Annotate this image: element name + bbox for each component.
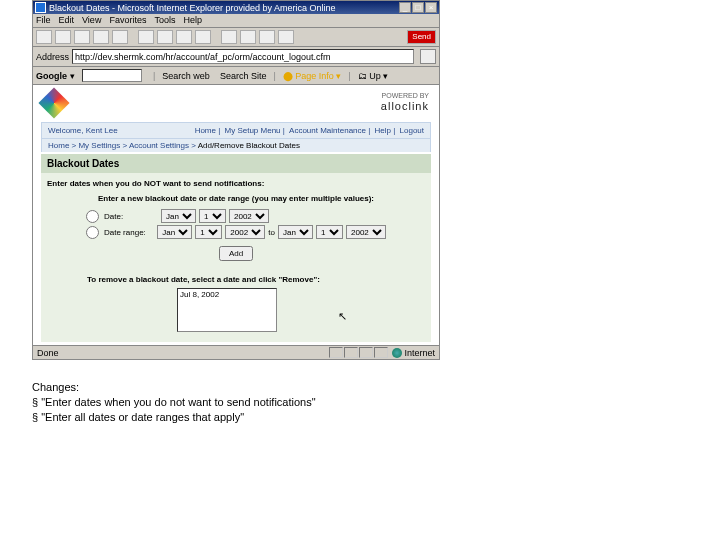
status-cell: [344, 347, 358, 358]
zone-label: Internet: [404, 348, 435, 358]
remove-instruction: To remove a blackout date, select a date…: [87, 275, 425, 284]
status-text: Done: [37, 348, 59, 358]
stop-button[interactable]: [74, 30, 90, 44]
status-cell: [359, 347, 373, 358]
search-site-button[interactable]: Search Site: [220, 71, 267, 81]
search-web-button[interactable]: Search web: [162, 71, 210, 81]
instruction-2: Enter a new blackout date or date range …: [47, 194, 425, 203]
print-button[interactable]: [240, 30, 256, 44]
cursor-icon: ↖: [338, 310, 347, 323]
link-account[interactable]: Account Maintenance: [289, 126, 366, 135]
menu-edit[interactable]: Edit: [59, 15, 75, 25]
range-from-day[interactable]: 1: [195, 225, 222, 239]
go-button[interactable]: [420, 49, 436, 64]
changes-bullet-1: § "Enter dates when you do not want to s…: [32, 395, 688, 410]
menu-help[interactable]: Help: [183, 15, 202, 25]
menu-file[interactable]: File: [36, 15, 51, 25]
list-item[interactable]: Jul 8, 2002: [180, 290, 274, 299]
range-to-day[interactable]: 1: [316, 225, 343, 239]
maximize-button[interactable]: □: [412, 2, 424, 13]
range-from-month[interactable]: Jan: [157, 225, 192, 239]
form-area: Enter dates when you do NOT want to send…: [41, 173, 431, 342]
menu-favorites[interactable]: Favorites: [109, 15, 146, 25]
back-button[interactable]: [36, 30, 52, 44]
changes-note: Changes: § "Enter dates when you do not …: [32, 380, 688, 425]
discuss-button[interactable]: [278, 30, 294, 44]
address-bar: Address: [33, 47, 439, 67]
address-label: Address: [36, 52, 69, 62]
to-label: to: [268, 228, 275, 237]
instruction-1: Enter dates when you do NOT want to send…: [47, 179, 425, 188]
range-from-year[interactable]: 2002: [225, 225, 265, 239]
welcome-text: Welcome, Kent Lee: [48, 126, 118, 135]
status-cell: [329, 347, 343, 358]
blackout-listbox[interactable]: Jul 8, 2002: [177, 288, 277, 332]
menu-view[interactable]: View: [82, 15, 101, 25]
ie-icon: [35, 2, 46, 13]
welcome-bar: Welcome, Kent Lee Home | My Setup Menu |…: [41, 122, 431, 139]
address-input[interactable]: [72, 49, 414, 64]
date-radio[interactable]: [86, 210, 99, 223]
minimize-button[interactable]: _: [399, 2, 411, 13]
date-label: Date:: [104, 212, 158, 221]
favorites-button[interactable]: [157, 30, 173, 44]
close-button[interactable]: ×: [425, 2, 437, 13]
range-label: Date range:: [104, 228, 154, 237]
page-info-button[interactable]: ⬤ Page Info ▾: [283, 71, 342, 81]
date-month[interactable]: Jan: [161, 209, 196, 223]
range-to-year[interactable]: 2002: [346, 225, 386, 239]
date-day[interactable]: 1: [199, 209, 226, 223]
browser-window: Blackout Dates - Microsoft Internet Expl…: [32, 0, 440, 360]
status-cell: [374, 347, 388, 358]
send-button[interactable]: Send: [407, 30, 436, 44]
window-title: Blackout Dates - Microsoft Internet Expl…: [49, 3, 336, 13]
globe-icon: [392, 348, 402, 358]
date-year[interactable]: 2002: [229, 209, 269, 223]
link-setup[interactable]: My Setup Menu: [225, 126, 281, 135]
search-button[interactable]: [138, 30, 154, 44]
google-toolbar: Google ▾ | Search web Search Site | ⬤ Pa…: [33, 67, 439, 85]
edit-button[interactable]: [259, 30, 275, 44]
nav-toolbar: Send: [33, 28, 439, 47]
status-bar: Done Internet: [33, 345, 439, 359]
breadcrumb: Home > My Settings > Account Settings > …: [41, 139, 431, 152]
refresh-button[interactable]: [93, 30, 109, 44]
google-logo: Google: [36, 71, 67, 81]
history-button[interactable]: [195, 30, 211, 44]
option-single-date: Date: Jan 1 2002: [86, 208, 386, 224]
up-button[interactable]: 🗂 Up ▾: [358, 71, 389, 81]
option-date-range: Date range: Jan 1 2002 to Jan 1 2002: [86, 224, 386, 240]
menu-bar: File Edit View Favorites Tools Help: [33, 14, 439, 28]
google-search-input[interactable]: [82, 69, 142, 82]
powered-by: POWERED BY alloclink: [381, 92, 429, 112]
page-content: POWERED BY alloclink Welcome, Kent Lee H…: [33, 85, 439, 345]
menu-tools[interactable]: Tools: [154, 15, 175, 25]
range-radio[interactable]: [86, 226, 99, 239]
changes-bullet-2: § "Enter all dates or date ranges that a…: [32, 410, 688, 425]
title-bar: Blackout Dates - Microsoft Internet Expl…: [33, 1, 439, 14]
link-home[interactable]: Home: [195, 126, 216, 135]
forward-button[interactable]: [55, 30, 71, 44]
add-button[interactable]: Add: [219, 246, 253, 261]
page-title: Blackout Dates: [41, 154, 431, 173]
link-help[interactable]: Help: [375, 126, 391, 135]
range-to-month[interactable]: Jan: [278, 225, 313, 239]
changes-label: Changes:: [32, 380, 688, 395]
site-logo: [38, 87, 69, 118]
media-button[interactable]: [176, 30, 192, 44]
home-button[interactable]: [112, 30, 128, 44]
link-logout[interactable]: Logout: [400, 126, 424, 135]
mail-button[interactable]: [221, 30, 237, 44]
